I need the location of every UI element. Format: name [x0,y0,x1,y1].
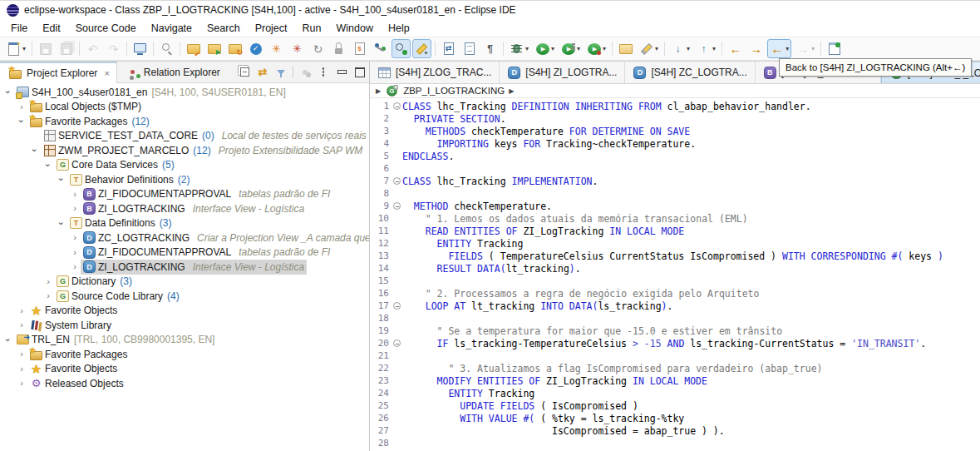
tree-expander-icon[interactable]: › [69,190,81,199]
line-number[interactable]: 18 [370,313,392,324]
fold-column[interactable] [392,102,402,110]
next-edit-location-button[interactable]: → [746,39,766,58]
line-number[interactable]: 13 [370,250,392,261]
menu-project[interactable]: Project [248,21,295,36]
collapse-fold-icon[interactable] [393,339,401,347]
dropdown-caret-icon[interactable]: ▾ [603,45,606,52]
tree-expander-icon[interactable]: › [2,87,14,97]
lock-object-button[interactable] [329,39,348,58]
line-number[interactable]: 10 [370,213,392,224]
line-number[interactable]: 11 [370,226,392,236]
tree-expander-icon[interactable]: › [16,102,27,112]
tree-item-zc-logtracking[interactable]: ›ZC_LOGTRACKINGCriar a Projection View _… [0,230,369,245]
editor-tab[interactable]: [S4H] ZC_LOGTRA... [625,62,755,83]
menu-navigate[interactable]: Navigate [144,21,199,36]
collapse-fold-icon[interactable] [393,202,401,210]
tree-expander-icon[interactable]: › [16,349,27,359]
show-whitespace-characters-button[interactable]: ¶ [480,39,500,58]
tree-item-dictionary[interactable]: ›Dictionary(3) [0,275,369,290]
view-tab-project-explorer[interactable]: Project Explorer× [0,62,117,83]
dropdown-caret-icon[interactable]: ▾ [22,45,26,52]
line-number[interactable]: 14 [370,263,392,274]
rerun-atc-check-button[interactable]: ✳ [288,39,307,58]
run-button[interactable]: ▾ [533,39,557,58]
tree-item-local-objects-tmp-[interactable]: ›Local Objects ($TMP) [0,100,369,115]
collapse-fold-icon[interactable] [393,302,401,310]
show-source-outline-button[interactable] [460,39,479,58]
dropdown-caret-icon[interactable]: ▾ [525,45,529,52]
line-number[interactable]: 7 [370,176,392,186]
run-atc-check-button[interactable]: ✳ [267,39,286,58]
line-number[interactable]: 2 [370,113,392,124]
breadcrumb-arrow-icon[interactable]: ▶ [376,87,381,95]
view-menu-button[interactable] [315,65,332,80]
line-number[interactable]: 17 [370,300,392,311]
line-number[interactable]: 3 [370,126,392,136]
close-view-icon[interactable]: × [104,68,109,78]
breadcrumb-label[interactable]: ZBP_I_LOGTRACKING [403,86,505,96]
open-sap-gui-button[interactable] [131,39,150,58]
fold-column[interactable] [392,177,402,185]
debug-button[interactable]: ▾ [507,39,531,58]
save-button[interactable] [36,39,55,58]
fold-column[interactable] [392,302,402,310]
line-number[interactable]: 24 [370,388,392,399]
line-number[interactable]: 15 [370,275,392,286]
open-abap-development-object-button[interactable] [184,39,203,58]
tree-expander-icon[interactable]: › [16,116,27,126]
menu-run[interactable]: Run [295,21,329,36]
fold-column[interactable] [392,339,402,347]
tree-item-favorite-packages[interactable]: ›Favorite Packages(12) [0,114,369,129]
line-number[interactable]: 12 [370,238,392,249]
undo-button[interactable]: ↶ [83,39,102,58]
last-edit-location-button[interactable]: ← [726,39,745,58]
line-number[interactable]: 20 [370,338,392,349]
menu-file[interactable]: File [3,21,35,36]
dropdown-caret-icon[interactable]: ▾ [577,45,580,52]
forward-button[interactable]: →▾ [793,39,817,58]
tree-expander-icon[interactable]: › [16,379,27,388]
line-number[interactable]: 16 [370,288,392,299]
tree-item-favorite-objects[interactable]: ›Favorite Objects [0,304,369,319]
code-editor[interactable]: 1CLASS lhc_Tracking DEFINITION INHERITIN… [370,98,980,451]
tree-expander-icon[interactable]: › [2,335,14,344]
tree-item-zi-fidocumentapproval[interactable]: ›ZI_FIDOCUMENTAPPROVALtabelas padrão de … [0,187,369,202]
line-number[interactable]: 26 [370,413,392,424]
tree-item-zwm-project-marcelo[interactable]: ›ZWM_PROJECT_MARCELO(12)Projeto Extensib… [0,143,369,158]
line-number[interactable]: 27 [370,425,392,436]
tree-expander-icon[interactable]: › [56,219,67,228]
maximize-button[interactable] [352,65,368,80]
dropdown-caret-icon[interactable]: ▾ [687,45,690,52]
open-file-button[interactable] [616,39,635,58]
tree-expander-icon[interactable]: › [42,291,54,300]
toggle-syntax-highlight-button[interactable] [412,39,431,58]
tree-expander-icon[interactable]: › [69,262,81,271]
line-number[interactable]: 8 [370,188,392,199]
fold-column[interactable] [392,202,402,210]
tree-expander-icon[interactable]: › [16,306,27,315]
tree-item-core-data-services[interactable]: ›Core Data Services(5) [0,158,369,173]
open-development-object-button[interactable] [157,39,176,58]
editor-tab[interactable]: [S4H] ZI_LOGTRA... [500,62,625,83]
tree-expander-icon[interactable]: › [69,248,81,257]
tree-item-zi-logtracking[interactable]: ›ZI_LOGTRACKINGInterface View - Logístic… [0,201,369,216]
collapse-fold-icon[interactable] [393,102,401,110]
link-with-editor-document-button[interactable] [439,39,458,58]
tree-expander-icon[interactable]: › [69,233,81,242]
tree-item-data-definitions[interactable]: ›Data Definitions(3) [0,216,369,231]
transport-organizer-button[interactable] [350,39,369,58]
minimize-button[interactable] [333,65,350,80]
next-annotation-button[interactable]: ↓▾ [668,39,692,58]
element-chain-button[interactable] [371,39,390,58]
tree-item-favorite-objects[interactable]: ›Favorite Objects [0,362,369,377]
tree-expander-icon[interactable]: › [42,277,54,286]
dropdown-caret-icon[interactable]: ▾ [785,45,789,52]
external-tools-button[interactable]: ▾ [637,39,661,58]
line-number[interactable]: 23 [370,375,392,386]
tree-item-system-library[interactable]: ›System Library [0,318,369,333]
tree-item-trl-en[interactable]: ›TRL_EN[TRL, 100, CB9980001395, EN] [0,333,369,348]
activate-button[interactable] [204,39,224,58]
menu-edit[interactable]: Edit [35,21,68,36]
new-wizard-button[interactable]: ▾ [4,39,28,58]
activate-multiple-button[interactable] [225,39,244,58]
